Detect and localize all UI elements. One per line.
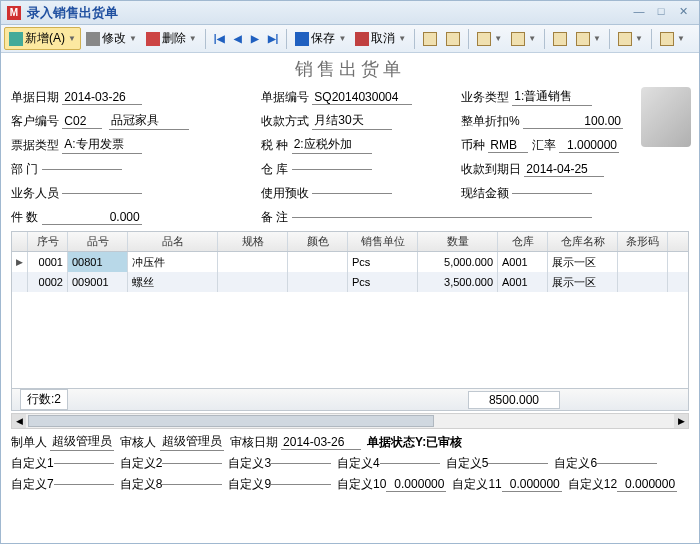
billdate-field[interactable]: 2014-03-26 xyxy=(62,90,142,105)
col-whn[interactable]: 仓库名称 xyxy=(548,232,618,251)
tool-6-button[interactable]: ▼ xyxy=(656,30,689,48)
scroll-thumb[interactable] xyxy=(28,415,434,427)
paymode-field[interactable]: 月结30天 xyxy=(312,112,392,130)
tool-4-button[interactable]: ▼ xyxy=(572,30,605,48)
cell-pname[interactable]: 冲压件 xyxy=(128,252,218,272)
c8-field[interactable] xyxy=(162,484,222,485)
tool-3-button[interactable] xyxy=(549,30,571,48)
c4-label: 自定义4 xyxy=(337,455,380,472)
cell-wh[interactable]: A001 xyxy=(498,252,548,272)
col-qty[interactable]: 数量 xyxy=(418,232,498,251)
cell-whn[interactable]: 展示一区 xyxy=(548,272,618,292)
grid-row[interactable]: ▶ 0001 00801 冲压件 Pcs 5,000.000 A001 展示一区 xyxy=(12,252,688,272)
cell-spec[interactable] xyxy=(218,252,288,272)
separator xyxy=(468,29,469,49)
maximize-button[interactable]: □ xyxy=(651,5,671,21)
cell-pno[interactable]: 00801 xyxy=(68,252,128,272)
nav-prev-button[interactable]: ◀ xyxy=(230,31,246,46)
invtype-field[interactable]: A:专用发票 xyxy=(62,136,142,154)
col-wh[interactable]: 仓库 xyxy=(498,232,548,251)
cell-bar[interactable] xyxy=(618,272,668,292)
pcs-field[interactable]: 0.000 xyxy=(42,210,142,225)
edit-button[interactable]: 修改▼ xyxy=(82,28,141,49)
dept-field[interactable] xyxy=(42,169,122,170)
print-button[interactable]: ▼ xyxy=(473,30,506,48)
tool-5-button[interactable]: ▼ xyxy=(614,30,647,48)
cell-color[interactable] xyxy=(288,272,348,292)
cell-wh[interactable]: A001 xyxy=(498,272,548,292)
col-bar[interactable]: 条形码 xyxy=(618,232,668,251)
status-label: 单据状态 xyxy=(367,434,415,451)
tax-field[interactable]: 2:应税外加 xyxy=(292,136,372,154)
nav-next-button[interactable]: ▶ xyxy=(247,31,263,46)
row-count: 行数:2 xyxy=(20,389,68,410)
folder-icon xyxy=(423,32,437,46)
cell-pname[interactable]: 螺丝 xyxy=(128,272,218,292)
col-spec[interactable]: 规格 xyxy=(218,232,288,251)
c11-field[interactable]: 0.000000 xyxy=(502,477,562,492)
tool-1-button[interactable] xyxy=(419,30,441,48)
scroll-right-button[interactable]: ▶ xyxy=(674,414,688,428)
cell-seq[interactable]: 0001 xyxy=(28,252,68,272)
tool-2-button[interactable] xyxy=(442,30,464,48)
c1-field[interactable] xyxy=(54,463,114,464)
col-color[interactable]: 颜色 xyxy=(288,232,348,251)
cell-unit[interactable]: Pcs xyxy=(348,272,418,292)
cell-spec[interactable] xyxy=(218,272,288,292)
col-pname[interactable]: 品名 xyxy=(128,232,218,251)
new-button[interactable]: 新增(A)▼ xyxy=(4,27,81,50)
cell-whn[interactable]: 展示一区 xyxy=(548,252,618,272)
cell-qty[interactable]: 5,000.000 xyxy=(418,252,498,272)
prepay-field[interactable] xyxy=(312,193,392,194)
dropdown-icon: ▼ xyxy=(593,34,601,43)
dropdown-icon: ▼ xyxy=(338,34,346,43)
col-unit[interactable]: 销售单位 xyxy=(348,232,418,251)
cell-pno[interactable]: 009001 xyxy=(68,272,128,292)
currency-field[interactable]: RMB xyxy=(488,138,528,153)
cell-seq[interactable]: 0002 xyxy=(28,272,68,292)
col-pno[interactable]: 品号 xyxy=(68,232,128,251)
document-title: 销售出货单 xyxy=(1,53,699,87)
cell-bar[interactable] xyxy=(618,252,668,272)
cell-qty[interactable]: 3,500.000 xyxy=(418,272,498,292)
c7-field[interactable] xyxy=(54,484,114,485)
nav-first-button[interactable]: |◀ xyxy=(210,31,229,46)
cash-field[interactable] xyxy=(512,193,592,194)
c3-field[interactable] xyxy=(271,463,331,464)
biztype-field[interactable]: 1:普通销售 xyxy=(512,88,592,106)
billno-field[interactable]: SQ2014030004 xyxy=(312,90,412,105)
wh-field[interactable] xyxy=(292,169,372,170)
minimize-button[interactable]: — xyxy=(629,5,649,21)
cell-color[interactable] xyxy=(288,252,348,272)
horizontal-scrollbar[interactable]: ◀ ▶ xyxy=(11,413,689,429)
scroll-left-button[interactable]: ◀ xyxy=(12,414,26,428)
c2-field[interactable] xyxy=(162,463,222,464)
c8-label: 自定义8 xyxy=(120,476,163,493)
cust-code-field[interactable]: C02 xyxy=(62,114,102,129)
maker-label: 制单人 xyxy=(11,434,47,451)
app-icon: M xyxy=(7,6,21,20)
c12-field[interactable]: 0.000000 xyxy=(617,477,677,492)
preview-button[interactable]: ▼ xyxy=(507,30,540,48)
nav-last-button[interactable]: ▶| xyxy=(264,31,283,46)
c6-field[interactable] xyxy=(597,463,657,464)
cell-unit[interactable]: Pcs xyxy=(348,252,418,272)
cust-name-field[interactable]: 品冠家具 xyxy=(109,112,189,130)
c4-field[interactable] xyxy=(380,463,440,464)
remark-field[interactable] xyxy=(292,217,592,218)
cancel-button[interactable]: 取消▼ xyxy=(351,28,410,49)
delete-button[interactable]: 删除▼ xyxy=(142,28,201,49)
save-button[interactable]: 保存▼ xyxy=(291,28,350,49)
col-seq[interactable]: 序号 xyxy=(28,232,68,251)
grid-row[interactable]: 0002 009001 螺丝 Pcs 3,500.000 A001 展示一区 xyxy=(12,272,688,292)
sales-field[interactable] xyxy=(62,193,142,194)
duedate-field[interactable]: 2014-04-25 xyxy=(524,162,604,177)
c5-field[interactable] xyxy=(488,463,548,464)
edit-icon xyxy=(86,32,100,46)
c9-field[interactable] xyxy=(271,484,331,485)
discount-field[interactable]: 100.00 xyxy=(523,114,623,129)
c6-label: 自定义6 xyxy=(554,455,597,472)
c10-field[interactable]: 0.000000 xyxy=(386,477,446,492)
rate-field[interactable]: 1.000000 xyxy=(559,138,619,153)
close-button[interactable]: ✕ xyxy=(673,5,693,21)
